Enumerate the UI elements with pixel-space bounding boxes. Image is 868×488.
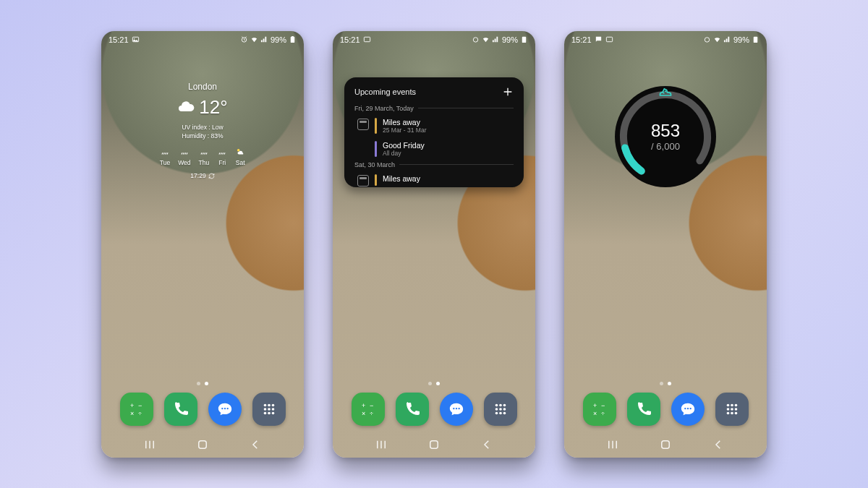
apps-drawer[interactable]: [252, 393, 286, 426]
alarm-icon: [472, 35, 480, 43]
svg-point-18: [271, 408, 274, 411]
apps-drawer[interactable]: [484, 393, 517, 426]
svg-point-12: [226, 407, 228, 408]
phone-screen-steps: 15:21 99% 853 / 6,000 +−×÷: [564, 31, 767, 458]
back-button[interactable]: [241, 438, 270, 451]
messages-app[interactable]: [671, 393, 705, 426]
signal-icon: [723, 35, 731, 43]
calendar-title: Upcoming events: [354, 87, 416, 96]
svg-point-71: [731, 411, 733, 414]
page-indicator[interactable]: [101, 382, 304, 385]
svg-text:+: +: [593, 402, 597, 409]
event-row[interactable]: Miles away: [354, 171, 514, 187]
recents-button[interactable]: [367, 438, 396, 451]
home-button[interactable]: [420, 438, 448, 451]
chat-icon: [595, 35, 603, 43]
messages-app[interactable]: [440, 393, 473, 426]
svg-text:×: ×: [362, 410, 365, 417]
svg-point-35: [453, 407, 454, 408]
svg-text:×: ×: [130, 410, 134, 417]
svg-point-66: [734, 403, 737, 406]
svg-point-64: [726, 403, 729, 406]
phone-screen-calendar: 15:21 99% Upcoming events Fri, 29 March,…: [333, 31, 535, 458]
svg-point-70: [726, 411, 729, 414]
signal-icon: [260, 35, 268, 43]
svg-point-41: [495, 408, 498, 411]
phone-screen-weather: 15:21 99% London 12° UV index : Low Humi…: [101, 31, 304, 458]
alarm-icon: [240, 35, 248, 43]
calendar-widget[interactable]: Upcoming events Fri, 29 March, Today Mil…: [344, 77, 524, 187]
svg-point-10: [221, 407, 223, 408]
status-bar: 15:21 99%: [101, 31, 304, 48]
event-row[interactable]: Miles away25 Mar - 31 Mar: [354, 115, 514, 138]
phone-app[interactable]: [164, 393, 197, 426]
add-event-button[interactable]: [502, 86, 514, 98]
event-row[interactable]: Good FridayAll day: [354, 138, 514, 161]
alarm-icon: [703, 35, 711, 43]
svg-point-44: [495, 411, 498, 414]
messages-app[interactable]: [208, 393, 242, 426]
battery-icon: [520, 35, 528, 43]
svg-point-15: [271, 403, 274, 406]
svg-point-62: [686, 407, 688, 408]
steps-widget[interactable]: 853 / 6,000: [613, 85, 718, 189]
picture-icon: [132, 35, 140, 43]
svg-rect-4: [292, 36, 294, 37]
svg-point-20: [268, 411, 271, 414]
rain-icon: [160, 147, 170, 157]
svg-point-45: [499, 411, 502, 414]
svg-point-5: [237, 149, 240, 152]
phone-app[interactable]: [627, 393, 660, 426]
svg-rect-50: [430, 440, 438, 448]
recents-button[interactable]: [598, 438, 627, 451]
svg-point-21: [271, 411, 274, 414]
phone-app[interactable]: [396, 393, 429, 426]
calculator-app[interactable]: +−×÷: [583, 393, 616, 426]
svg-point-39: [499, 403, 502, 406]
svg-text:×: ×: [593, 410, 597, 417]
svg-text:+: +: [362, 402, 365, 409]
svg-point-16: [263, 408, 266, 411]
wifi-icon: [250, 35, 258, 43]
battery-icon: [752, 35, 760, 43]
humidity-text: Humidity : 83%: [101, 132, 304, 141]
svg-point-27: [473, 38, 477, 42]
apps-drawer[interactable]: [715, 393, 749, 426]
uv-text: UV index : Low: [101, 123, 304, 132]
back-button[interactable]: [704, 438, 733, 451]
recents-button[interactable]: [135, 438, 164, 451]
svg-rect-25: [199, 440, 207, 448]
svg-text:÷: ÷: [370, 410, 373, 417]
battery-icon: [289, 35, 297, 43]
calculator-app[interactable]: +−×÷: [352, 393, 385, 426]
svg-point-37: [458, 407, 459, 408]
rain-icon: [217, 147, 227, 157]
calculator-app[interactable]: +−×÷: [120, 393, 153, 426]
svg-point-11: [224, 407, 225, 408]
svg-point-19: [263, 411, 266, 414]
svg-text:÷: ÷: [138, 410, 142, 417]
signal-icon: [492, 35, 500, 43]
svg-point-65: [731, 403, 733, 406]
svg-point-68: [731, 408, 733, 411]
home-button[interactable]: [651, 438, 680, 451]
page-indicator[interactable]: [564, 382, 767, 385]
page-indicator[interactable]: [333, 382, 535, 385]
svg-point-17: [268, 408, 271, 411]
svg-text:−: −: [370, 402, 373, 409]
forecast-row: Tue Wed Thu Fri Sat: [101, 147, 304, 166]
svg-point-72: [734, 411, 737, 414]
svg-rect-28: [522, 37, 527, 43]
svg-point-67: [726, 408, 729, 411]
home-button[interactable]: [188, 438, 217, 451]
weather-widget[interactable]: London 12° UV index : Low Humidity : 83%…: [101, 82, 304, 180]
calendar-icon: [357, 119, 369, 130]
steps-goal: / 6,000: [651, 141, 680, 152]
weather-temp: 12°: [199, 96, 227, 119]
picture-icon: [363, 35, 371, 43]
svg-point-43: [503, 408, 506, 411]
wifi-icon: [482, 35, 490, 43]
status-time: 15:21: [109, 35, 129, 44]
back-button[interactable]: [472, 438, 501, 451]
partly-cloudy-icon: [235, 147, 245, 157]
